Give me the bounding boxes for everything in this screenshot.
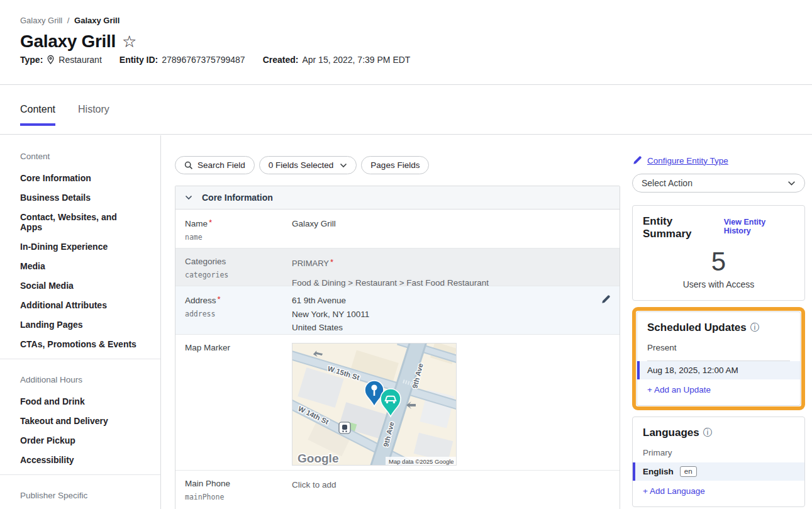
type-label: Type: bbox=[20, 55, 43, 65]
sidebar-heading-content: Content bbox=[0, 152, 160, 161]
language-row[interactable]: English en bbox=[633, 462, 804, 481]
field-value-name[interactable]: Galaxy Grill bbox=[292, 218, 611, 240]
fields-selected-label: 0 Fields Selected bbox=[269, 160, 334, 170]
field-row-map-marker[interactable]: Map Marker bbox=[175, 335, 620, 471]
languages-title: Languages bbox=[643, 427, 699, 439]
info-icon[interactable]: ⓘ bbox=[750, 322, 759, 333]
scheduled-update-time: Aug 18, 2025, 12:00 AM bbox=[647, 366, 738, 375]
field-api-name: address bbox=[185, 310, 287, 318]
field-api-name: mainPhone bbox=[185, 493, 287, 501]
select-action-dropdown[interactable]: Select Action bbox=[632, 174, 805, 193]
field-row-name[interactable]: Name* name Galaxy Grill bbox=[175, 210, 620, 249]
sidebar-divider bbox=[0, 474, 160, 475]
sidebar-item-contact-websites-apps[interactable]: Contact, Websites, and Apps bbox=[20, 212, 140, 232]
field-label: Name bbox=[185, 219, 208, 228]
edit-pencil-icon[interactable] bbox=[592, 294, 611, 326]
sidebar-item-in-dining-experience[interactable]: In-Dining Experience bbox=[20, 242, 140, 252]
address-line-2: New York, NY 10011 bbox=[292, 308, 592, 321]
pages-fields-label: Pages Fields bbox=[370, 160, 420, 170]
required-marker: * bbox=[218, 294, 221, 304]
sidebar-item-business-details[interactable]: Business Details bbox=[20, 193, 140, 203]
created-value: Apr 15, 2022, 7:39 PM EDT bbox=[302, 55, 410, 65]
search-field-label: Search Field bbox=[197, 160, 245, 170]
scheduled-updates-title: Scheduled Updates bbox=[647, 322, 747, 334]
field-api-name: categories bbox=[185, 271, 287, 279]
search-field-button[interactable]: Search Field bbox=[175, 156, 255, 174]
language-name: English bbox=[643, 467, 674, 476]
configure-entity-type-link[interactable]: Configure Entity Type bbox=[647, 156, 728, 165]
entity-id-label: Entity ID: bbox=[120, 55, 158, 65]
star-icon[interactable]: ☆ bbox=[122, 33, 136, 50]
view-entity-history-link[interactable]: View Entity History bbox=[724, 218, 794, 235]
sidebar-item-order-pickup[interactable]: Order Pickup bbox=[20, 435, 140, 445]
field-row-categories[interactable]: Categories categories PRIMARY* Food & Di… bbox=[175, 249, 620, 286]
field-label: Categories bbox=[185, 257, 287, 266]
sidebar-item-ctas-promotions-events[interactable]: CTAs, Promotions & Events bbox=[20, 339, 140, 349]
tab-history[interactable]: History bbox=[78, 104, 109, 126]
primary-language-label: Primary bbox=[643, 448, 794, 457]
left-sidebar: Content Core Information Business Detail… bbox=[0, 135, 161, 509]
field-label: Map Marker bbox=[185, 343, 287, 352]
main-content: Search Field 0 Fields Selected Pages Fie… bbox=[161, 135, 633, 509]
core-information-table: Core Information Name* name Galaxy Grill… bbox=[175, 186, 620, 509]
field-toolbar: Search Field 0 Fields Selected Pages Fie… bbox=[175, 156, 633, 174]
add-language-link[interactable]: + Add Language bbox=[643, 486, 794, 496]
tab-content[interactable]: Content bbox=[20, 104, 55, 126]
map-image: W 15th St 9th Ave 9th Ave W 14th St bbox=[292, 344, 457, 466]
pages-fields-button[interactable]: Pages Fields bbox=[361, 156, 429, 174]
chevron-down-icon bbox=[185, 195, 192, 200]
entity-summary-card: Entity Summary View Entity History 5 Use… bbox=[632, 205, 805, 301]
sidebar-item-landing-pages[interactable]: Landing Pages bbox=[20, 320, 140, 330]
languages-card: Languages ⓘ Primary English en + Add Lan… bbox=[632, 417, 805, 507]
field-value-address[interactable]: 61 9th Avenue New York, NY 10011 United … bbox=[292, 294, 592, 326]
sidebar-divider bbox=[0, 359, 160, 359]
info-icon[interactable]: ⓘ bbox=[703, 427, 712, 439]
entity-summary-title: Entity Summary bbox=[643, 215, 724, 240]
sidebar-item-food-and-drink[interactable]: Food and Drink bbox=[20, 396, 140, 406]
categories-primary-label: PRIMARY bbox=[292, 259, 329, 268]
scheduled-updates-card: Scheduled Updates ⓘ Present Aug 18, 2025… bbox=[637, 311, 801, 406]
tab-bar: Content History bbox=[0, 85, 812, 135]
address-line-1: 61 9th Avenue bbox=[292, 294, 592, 307]
type-value: Restaurant bbox=[58, 55, 101, 65]
users-with-access-label: Users with Access bbox=[643, 279, 794, 289]
field-value-categories[interactable]: PRIMARY* Food & Dining > Restaurant > Fa… bbox=[292, 257, 611, 277]
entity-id-value: 27896767375799487 bbox=[162, 55, 245, 65]
sidebar-item-core-information[interactable]: Core Information bbox=[20, 173, 140, 183]
section-title: Core Information bbox=[202, 193, 273, 203]
sidebar-item-social-media[interactable]: Social Media bbox=[20, 281, 140, 291]
users-with-access-count: 5 bbox=[643, 247, 794, 277]
right-panel: Configure Entity Type Select Action Enti… bbox=[632, 135, 805, 509]
page-title: Galaxy Grill bbox=[20, 31, 116, 52]
add-update-link[interactable]: + Add an Update bbox=[647, 385, 790, 394]
field-row-main-phone[interactable]: Main Phone mainPhone Click to add bbox=[175, 471, 620, 509]
breadcrumb-parent[interactable]: Galaxy Grill bbox=[20, 16, 62, 25]
sidebar-heading-additional-hours: Additional Hours bbox=[0, 375, 160, 384]
pencil-icon bbox=[632, 155, 642, 165]
breadcrumb-separator: / bbox=[67, 16, 70, 25]
field-label: Main Phone bbox=[185, 479, 287, 488]
map-attribution: Map data ©2025 Google bbox=[389, 458, 454, 465]
fields-selected-dropdown[interactable]: 0 Fields Selected bbox=[259, 156, 357, 174]
page-header: Galaxy Grill / Galaxy Grill Galaxy Grill… bbox=[0, 0, 812, 85]
sidebar-item-additional-attributes[interactable]: Additional Attributes bbox=[20, 300, 140, 310]
entity-meta: Type: Restaurant Entity ID: 278967673757… bbox=[20, 55, 410, 65]
scheduled-update-row[interactable]: Aug 18, 2025, 12:00 AM bbox=[637, 361, 800, 379]
scheduled-updates-highlight: Scheduled Updates ⓘ Present Aug 18, 2025… bbox=[632, 307, 805, 410]
breadcrumb-current: Galaxy Grill bbox=[74, 16, 120, 25]
field-label: Address bbox=[185, 296, 216, 305]
present-label: Present bbox=[647, 343, 790, 352]
sidebar-heading-publisher-specific: Publisher Specific bbox=[0, 491, 160, 500]
core-information-section-header[interactable]: Core Information bbox=[175, 186, 620, 210]
google-logo: Google bbox=[298, 452, 338, 465]
map-thumbnail[interactable]: W 15th St 9th Ave 9th Ave W 14th St bbox=[292, 343, 457, 466]
search-icon bbox=[184, 161, 193, 170]
chevron-down-icon bbox=[787, 181, 796, 186]
breadcrumb: Galaxy Grill / Galaxy Grill bbox=[20, 16, 120, 25]
sidebar-item-media[interactable]: Media bbox=[20, 261, 140, 271]
sidebar-item-accessibility[interactable]: Accessibility bbox=[20, 455, 140, 465]
subway-station-icon bbox=[339, 422, 350, 433]
field-value-main-phone[interactable]: Click to add bbox=[292, 479, 611, 501]
field-row-address[interactable]: Address* address 61 9th Avenue New York,… bbox=[175, 286, 620, 335]
sidebar-item-takeout-and-delivery[interactable]: Takeout and Delivery bbox=[20, 416, 140, 426]
